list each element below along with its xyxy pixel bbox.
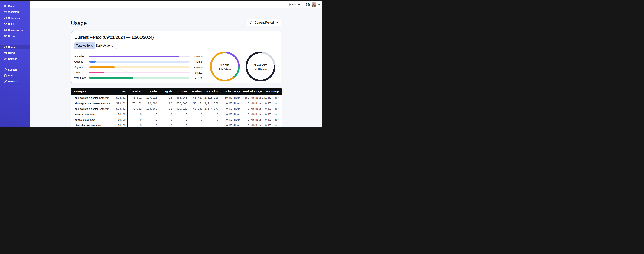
svg-text:Total Storage: Total Storage bbox=[254, 68, 267, 70]
svg-text:0 GB/Day: 0 GB/Day bbox=[254, 63, 267, 66]
svg-text:Total Actions: Total Actions bbox=[219, 68, 231, 70]
svg-text:4.7 MM: 4.7 MM bbox=[220, 63, 230, 66]
